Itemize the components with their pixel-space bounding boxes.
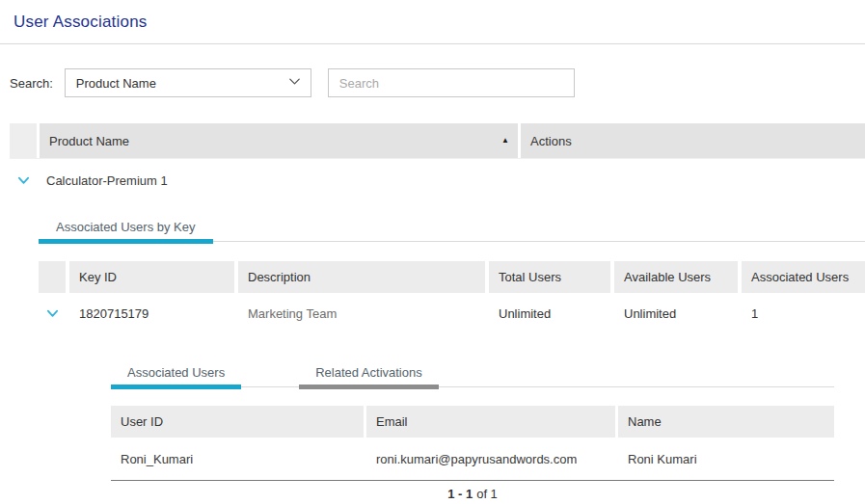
keys-table-header: Key ID Description Total Users Available… [39, 261, 865, 293]
tab-associated-users[interactable]: Associated Users [111, 358, 241, 386]
chevron-down-icon [287, 74, 302, 92]
name-value: Roni Kumari [618, 452, 834, 466]
search-input[interactable] [328, 68, 575, 97]
page-title: User Associations [14, 13, 851, 32]
table-row: 1820715179 Marketing Team Unlimited Unli… [39, 293, 865, 332]
page-header: User Associations [0, 0, 865, 44]
search-label: Search: [10, 76, 53, 91]
collapse-row-chevron-icon[interactable] [10, 173, 37, 188]
table-row: Calculator-Premium 1 [10, 158, 865, 200]
sort-ascending-icon[interactable]: ▲ [501, 137, 509, 145]
users-section: Associated Users Related Activations Use… [111, 358, 834, 504]
description-value: Marketing Team [238, 306, 485, 321]
email-column-header: Email [366, 406, 615, 438]
keys-section: Associated Users by Key Key ID Descripti… [39, 212, 865, 504]
associated-users-value: 1 [742, 306, 865, 321]
search-category-select[interactable]: Product Name [65, 68, 311, 97]
search-bar: Search: Product Name [10, 68, 865, 97]
name-column-header: Name [618, 406, 834, 438]
key-id-column-header: Key ID [69, 261, 234, 293]
pagination-range: 1 - 1 [447, 487, 473, 501]
search-category-value: Product Name [76, 76, 287, 91]
users-tab-bar: Associated Users Related Activations [111, 358, 834, 387]
available-users-value: Unlimited [614, 306, 738, 321]
actions-column-header: Actions [521, 123, 865, 158]
actions-column-label: Actions [530, 134, 572, 148]
products-table-header: Product Name ▲ Actions [10, 123, 865, 158]
tab-related-activations[interactable]: Related Activations [299, 358, 439, 386]
expand-column-header [39, 261, 66, 293]
total-users-column-header: Total Users [489, 261, 610, 293]
product-name-value: Calculator-Premium 1 [46, 173, 168, 188]
email-value: roni.kumari@papyrusandwords.com [366, 452, 615, 466]
users-table-header: User ID Email Name [111, 406, 834, 438]
product-name-column-header[interactable]: Product Name ▲ [40, 123, 518, 158]
tab-associated-users-by-key[interactable]: Associated Users by Key [39, 212, 213, 241]
key-id-value: 1820715179 [69, 306, 234, 321]
description-column-header: Description [238, 261, 485, 293]
keys-tab-bar: Associated Users by Key [39, 212, 865, 242]
table-row: Roni_Kumari roni.kumari@papyrusandwords.… [111, 438, 834, 481]
available-users-column-header: Available Users [614, 261, 738, 293]
pagination-total: of 1 [476, 487, 498, 501]
user-id-column-header: User ID [111, 406, 364, 438]
associated-users-column-header: Associated Users [742, 261, 865, 293]
collapse-key-row-chevron-icon[interactable] [39, 306, 66, 321]
pagination: 1 - 1of 1 [111, 481, 834, 504]
total-users-value: Unlimited [489, 306, 610, 321]
product-name-column-label: Product Name [49, 134, 129, 148]
expand-column-header [10, 123, 37, 158]
user-id-value: Roni_Kumari [111, 452, 364, 466]
